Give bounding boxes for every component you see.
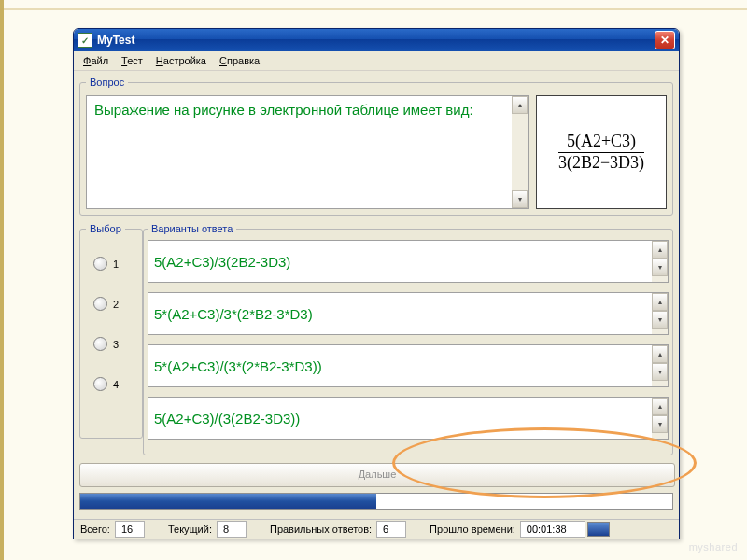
status-total-label: Всего:	[78, 524, 113, 535]
scroll-down-icon[interactable]: ▾	[512, 190, 528, 208]
status-elapsed-value: 00:01:38	[520, 521, 585, 538]
choice-label: 3	[113, 339, 119, 350]
status-elapsed-label: Прошло времени:	[427, 524, 518, 535]
scroll-up-icon[interactable]: ▴	[652, 293, 668, 311]
choice-4[interactable]: 4	[93, 377, 136, 391]
titlebar[interactable]: ✓ MyTest ✕	[74, 29, 679, 51]
status-correct-value: 6	[376, 521, 406, 538]
close-button[interactable]: ✕	[655, 31, 675, 49]
menu-settings[interactable]: Настройка	[150, 53, 212, 68]
radio-icon[interactable]	[93, 337, 107, 351]
question-scrollbar[interactable]: ▴ ▾	[512, 96, 528, 208]
formula-image: 5(A2+C3) 3(2B2−3D3)	[536, 95, 667, 209]
radio-icon[interactable]	[93, 377, 107, 391]
choice-legend: Выбор	[86, 223, 125, 234]
menubar: Файл Тест Настройка Справка	[74, 51, 679, 71]
slide-accent-top	[0, 8, 747, 10]
scroll-down-icon[interactable]: ▾	[652, 259, 668, 276]
formula-denominator: 3(2B2−3D3)	[558, 153, 644, 173]
status-current-label: Текущий:	[165, 524, 215, 535]
progress-bar	[79, 493, 673, 510]
scroll-up-icon[interactable]: ▴	[652, 398, 668, 415]
next-button[interactable]: Дальше	[79, 463, 675, 487]
scroll-up-icon[interactable]: ▴	[652, 241, 668, 259]
answer-option-1: 5(A2+C3)/3(2B2-3D3) ▴ ▾	[148, 240, 669, 283]
choice-label: 1	[113, 259, 119, 270]
app-icon: ✓	[78, 33, 92, 48]
status-current-value: 8	[217, 521, 247, 538]
close-icon: ✕	[660, 34, 669, 47]
question-text-box: Выражение на рисунке в электронной табли…	[86, 95, 529, 209]
status-progress-chip	[587, 522, 610, 537]
answers-group: Варианты ответа 5(A2+C3)/3(2B2-3D3) ▴ ▾ …	[143, 223, 673, 455]
next-button-label: Дальше	[359, 469, 397, 480]
answer-text: 5(A2+C3)/(3(2B2-3D3))	[154, 411, 300, 427]
scroll-up-icon[interactable]: ▴	[652, 345, 668, 363]
choice-group: Выбор 1 2 3 4	[79, 223, 143, 439]
answers-legend: Варианты ответа	[148, 223, 236, 234]
scroll-track[interactable]	[512, 114, 528, 190]
app-window: ✓ MyTest ✕ Файл Тест Настройка Справка В…	[73, 28, 680, 539]
scroll-up-icon[interactable]: ▴	[512, 96, 528, 114]
choice-2[interactable]: 2	[93, 297, 136, 311]
menu-file[interactable]: Файл	[78, 53, 114, 68]
answer-scrollbar[interactable]: ▴ ▾	[652, 398, 668, 439]
choice-1[interactable]: 1	[93, 257, 136, 271]
question-legend: Вопрос	[86, 77, 128, 88]
radio-icon[interactable]	[93, 297, 107, 311]
question-group: Вопрос Выражение на рисунке в электронно…	[79, 77, 673, 216]
answer-option-3: 5*(A2+C3)/(3*(2*B2-3*D3)) ▴ ▾	[148, 344, 669, 387]
answer-option-4: 5(A2+C3)/(3(2B2-3D3)) ▴ ▾	[148, 397, 669, 440]
body-area: Вопрос Выражение на рисунке в электронно…	[74, 71, 679, 519]
choice-3[interactable]: 3	[93, 337, 136, 351]
status-correct-label: Правильных ответов:	[267, 524, 374, 535]
answer-text: 5(A2+C3)/3(2B2-3D3)	[154, 254, 290, 270]
answer-text: 5*(A2+C3)/(3*(2*B2-3*D3))	[154, 358, 322, 374]
slide-accent-left	[0, 0, 4, 560]
scroll-down-icon[interactable]: ▾	[652, 415, 668, 433]
menu-help[interactable]: Справка	[214, 53, 265, 68]
menu-test[interactable]: Тест	[116, 53, 148, 68]
watermark: myshared	[689, 541, 738, 553]
question-text: Выражение на рисунке в электронной табли…	[94, 102, 473, 118]
window-title: MyTest	[97, 34, 655, 47]
progress-fill	[80, 494, 376, 509]
scroll-down-icon[interactable]: ▾	[652, 363, 668, 381]
scroll-down-icon[interactable]: ▾	[652, 311, 668, 329]
answer-option-2: 5*(A2+C3)/3*(2*B2-3*D3) ▴ ▾	[148, 292, 669, 335]
status-total-value: 16	[115, 521, 145, 538]
radio-icon[interactable]	[93, 257, 107, 271]
answer-scrollbar[interactable]: ▴ ▾	[652, 241, 668, 282]
answer-text: 5*(A2+C3)/3*(2*B2-3*D3)	[154, 306, 313, 322]
answer-scrollbar[interactable]: ▴ ▾	[652, 345, 668, 386]
formula-numerator: 5(A2+C3)	[558, 133, 644, 153]
statusbar: Всего: 16 Текущий: 8 Правильных ответов:…	[74, 519, 679, 539]
answer-scrollbar[interactable]: ▴ ▾	[652, 293, 668, 334]
choice-label: 4	[113, 379, 119, 390]
choice-label: 2	[113, 299, 119, 310]
